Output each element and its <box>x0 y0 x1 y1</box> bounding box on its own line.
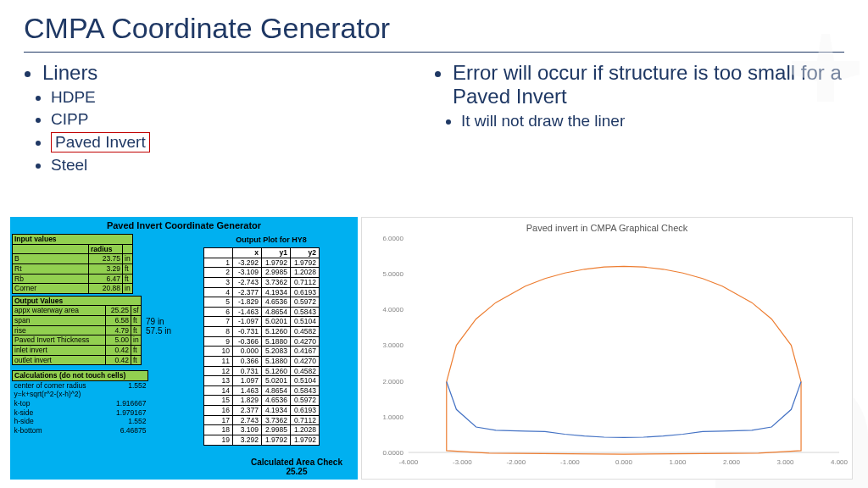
svg-text:3.0000: 3.0000 <box>382 341 403 349</box>
highlighted-item: Paved Invert <box>51 132 150 152</box>
output-plot-header: Output Plot for HY8 <box>203 236 339 244</box>
svg-text:0.0000: 0.0000 <box>382 449 403 457</box>
bullet-columns: Liners HDPECIPPPaved InvertSteel Error w… <box>0 61 868 178</box>
left-col: Liners HDPECIPPPaved InvertSteel <box>24 61 434 178</box>
page-title: CMPA Coordinate Generator <box>0 0 868 50</box>
dim-rise: 57.5 in <box>146 326 171 336</box>
sub-bullet: Paved Invert <box>51 132 434 152</box>
area-check: Calculated Area Check 25.25 <box>251 458 342 476</box>
sheet-title: Paved Invert Coordinate Generator <box>12 219 356 234</box>
lower-pane: Paved Invert Coordinate Generator Input … <box>10 217 853 480</box>
dims-labels: 79 in 57.5 in <box>146 317 171 336</box>
svg-text:3.000: 3.000 <box>777 458 795 466</box>
input-table: Input values radiusB23.75inRt3.29ftRb6.4… <box>12 234 133 294</box>
svg-text:-4.000: -4.000 <box>399 458 419 466</box>
output-table: Output Valuesappx waterway area25.25sfsp… <box>12 296 142 365</box>
bullet-error: Error will occur if structure is too sma… <box>453 61 844 108</box>
svg-text:1.0000: 1.0000 <box>382 413 403 421</box>
svg-text:5.0000: 5.0000 <box>382 270 403 278</box>
svg-text:0.000: 0.000 <box>615 458 633 466</box>
sub-bullet: HDPE <box>51 88 434 107</box>
svg-text:4.0000: 4.0000 <box>382 306 403 313</box>
bullet-liners: Liners <box>42 61 434 85</box>
svg-text:4.000: 4.000 <box>831 458 849 466</box>
svg-text:-3.000: -3.000 <box>453 458 472 466</box>
chart-panel: Paved invert in CMPA Graphical Check 0.0… <box>361 217 853 480</box>
title-rule <box>24 52 844 53</box>
svg-text:1.000: 1.000 <box>669 458 687 466</box>
sub-bullet: CIPP <box>51 110 434 129</box>
svg-text:2.000: 2.000 <box>723 458 741 466</box>
sub-bullet: It will not draw the liner <box>461 112 844 130</box>
spreadsheet: Paved Invert Coordinate Generator Input … <box>10 217 358 480</box>
right-col: Error will occur if structure is too sma… <box>434 61 844 178</box>
chart-svg: 0.00001.00002.00003.00004.00005.00006.00… <box>362 218 852 471</box>
sub-bullet: Steel <box>51 156 434 175</box>
area-check-label: Calculated Area Check <box>251 458 342 467</box>
svg-text:6.0000: 6.0000 <box>382 235 403 242</box>
svg-text:-1.000: -1.000 <box>560 458 580 466</box>
dim-span: 79 in <box>146 317 171 326</box>
svg-text:-2.000: -2.000 <box>507 458 526 466</box>
output-plot-table: xy1y21-3.2921.97921.97922-3.1092.99851.2… <box>203 247 320 446</box>
area-check-value: 25.25 <box>251 467 342 476</box>
calc-table: Calculations (do not touch cells)center … <box>12 370 148 435</box>
svg-text:2.0000: 2.0000 <box>382 378 403 385</box>
